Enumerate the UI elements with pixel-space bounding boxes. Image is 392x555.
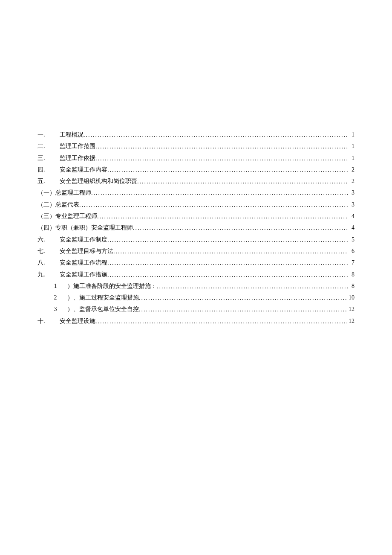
- toc-entry-page: 12: [348, 315, 355, 327]
- toc-entry-page: 4: [348, 210, 355, 222]
- toc-entry-number: 3: [37, 303, 63, 315]
- toc-entry-number: 2: [37, 292, 63, 303]
- toc-entry-page: 3: [348, 199, 355, 210]
- toc-entry-title: 工程概况: [54, 129, 84, 140]
- toc-entry-number: 七.: [37, 245, 54, 257]
- toc-entry-title: 安全监理工作措施: [54, 269, 107, 280]
- toc-entry-page: 7: [348, 257, 355, 268]
- toc-entry-number: 四.: [37, 164, 54, 175]
- toc-entry-page: 8: [348, 280, 355, 292]
- toc-entry-title: 安全监理工作内容: [54, 164, 107, 175]
- toc-leader-dots: [95, 153, 348, 164]
- toc-entry-page: 10: [348, 292, 355, 303]
- toc-entry: （四）专职（兼职）安全监理工程师4: [37, 222, 355, 233]
- toc-entry-number: 1: [37, 280, 63, 292]
- toc-entry: 1）施工准备阶段的安全监理措施：8: [37, 280, 355, 292]
- toc-entry-title: ）施工准备阶段的安全监理措施：: [63, 280, 157, 292]
- toc-entry-title: 专业监理工程师: [55, 210, 97, 222]
- toc-entry-title: ）、施工过程安全监理措施: [63, 292, 139, 303]
- toc-entry: 二.监理工作范围1: [37, 140, 355, 152]
- toc-entry-page: 3: [348, 187, 355, 198]
- toc-entry-page: 1: [348, 152, 355, 164]
- toc-entry-number: 三.: [37, 152, 54, 164]
- toc-entry: （三）专业监理工程师4: [37, 210, 355, 222]
- toc-entry-number: 十.: [37, 315, 54, 327]
- toc-entry-number: 二.: [37, 140, 54, 152]
- toc-entry-title: 安全监理目标与方法: [54, 245, 113, 257]
- toc-leader-dots: [137, 176, 348, 187]
- toc-leader-dots: [157, 281, 348, 292]
- toc-entry-number: 九.: [37, 269, 54, 280]
- toc-entry-page: 5: [348, 234, 355, 245]
- toc-leader-dots: [107, 234, 348, 246]
- toc-entry: 五.安全监理组织机构和岗位职责2: [37, 175, 355, 187]
- toc-leader-dots: [97, 211, 348, 222]
- toc-entry-title: 监理工作依据: [54, 152, 95, 164]
- toc-entry-page: 2: [348, 175, 355, 187]
- toc-leader-dots: [107, 257, 348, 269]
- toc-leader-dots: [107, 164, 348, 176]
- toc-leader-dots: [95, 316, 348, 327]
- toc-entry-page: 8: [348, 269, 355, 280]
- toc-entry: （一）总监理工程师3: [37, 187, 355, 198]
- toc-entry: 3）、监督承包单位安全自控12: [37, 303, 355, 315]
- toc-leader-dots: [107, 269, 348, 281]
- toc-entry-page: 12: [348, 303, 355, 315]
- toc-entry-title: 监理工作范围: [54, 140, 95, 152]
- toc-entry-number: 五.: [37, 175, 54, 187]
- toc-entry-number: 一.: [37, 129, 54, 140]
- toc-leader-dots: [133, 222, 348, 234]
- toc-entry-page: 1: [348, 140, 355, 152]
- toc-entry-title: 安全监理工作制度: [54, 234, 107, 245]
- toc-entry-number: （二）: [37, 199, 55, 210]
- toc-entry: 2）、施工过程安全监理措施10: [37, 292, 355, 303]
- toc-entry: 三.监理工作依据1: [37, 152, 355, 164]
- toc-entry-page: 6: [348, 245, 355, 257]
- toc-leader-dots: [139, 292, 348, 304]
- toc-leader-dots: [139, 304, 348, 315]
- toc-leader-dots: [79, 199, 348, 211]
- toc-entry-page: 2: [348, 164, 355, 175]
- toc-entry: 一.工程概况1: [37, 129, 355, 140]
- toc-entry-title: 总监理工程师: [55, 187, 91, 198]
- toc-leader-dots: [95, 141, 348, 152]
- toc-entry: （二）总监代表3: [37, 199, 355, 210]
- toc-entry: 九.安全监理工作措施8: [37, 269, 355, 280]
- toc-leader-dots: [113, 246, 348, 257]
- toc-entry-number: （一）: [37, 187, 55, 198]
- toc-entry-number: （四）: [37, 222, 55, 233]
- toc-entry: 四.安全监理工作内容2: [37, 164, 355, 175]
- toc-entry-title: 安全监理工作流程: [54, 257, 107, 268]
- toc-entry-title: ）、监督承包单位安全自控: [63, 303, 139, 315]
- toc-entry-title: 安全监理设施: [54, 315, 95, 327]
- toc-leader-dots: [84, 129, 348, 141]
- table-of-contents: 一.工程概况1二.监理工作范围1三.监理工作依据1四.安全监理工作内容2五.安全…: [37, 129, 355, 327]
- toc-entry-number: 八.: [37, 257, 54, 268]
- toc-entry-title: 专职（兼职）安全监理工程师: [55, 222, 133, 233]
- toc-entry: 六.安全监理工作制度5: [37, 234, 355, 245]
- toc-entry-number: 六.: [37, 234, 54, 245]
- toc-entry-title: 安全监理组织机构和岗位职责: [54, 175, 137, 187]
- toc-entry-page: 1: [348, 129, 355, 140]
- toc-entry-title: 总监代表: [55, 199, 79, 210]
- toc-entry: 七.安全监理目标与方法6: [37, 245, 355, 257]
- toc-leader-dots: [91, 187, 348, 199]
- toc-entry-number: （三）: [37, 210, 55, 222]
- toc-entry-page: 4: [348, 222, 355, 233]
- toc-entry: 十.安全监理设施12: [37, 315, 355, 327]
- toc-entry: 八.安全监理工作流程7: [37, 257, 355, 268]
